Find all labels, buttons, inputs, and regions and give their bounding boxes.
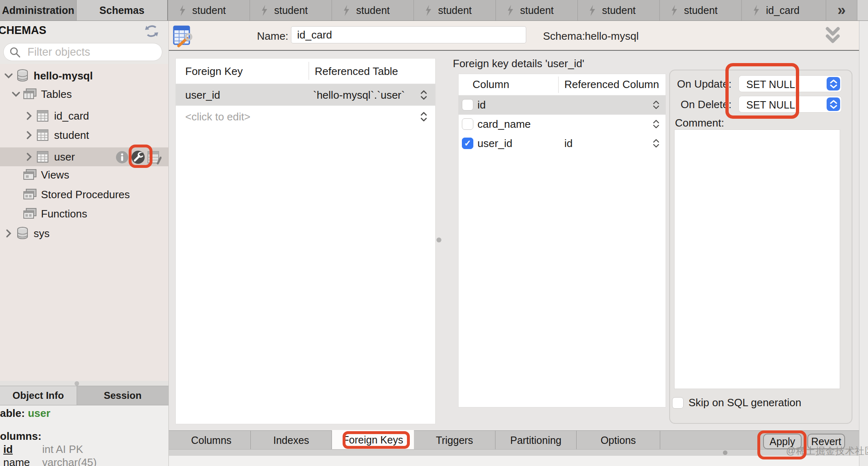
fk-details-title: Foreign key details 'user_id' <box>453 57 584 70</box>
on-delete-select[interactable]: SET NULL <box>738 96 842 113</box>
tables-folder-icon <box>23 88 41 101</box>
filter-row <box>0 41 168 64</box>
tree-item-functions[interactable]: Functions <box>0 204 169 223</box>
stepper-icon[interactable] <box>652 138 660 152</box>
chevron-right-icon[interactable] <box>22 111 36 120</box>
skip-sql-checkbox[interactable] <box>672 397 684 409</box>
checkbox-unchecked[interactable] <box>462 99 473 111</box>
collapse-header-chevrons-icon[interactable] <box>825 27 841 45</box>
detail-row-card-name[interactable]: card_name <box>459 115 666 134</box>
tree-item-user[interactable]: user <box>0 147 169 166</box>
splitter-handle[interactable] <box>75 381 79 386</box>
tab-options[interactable]: Options <box>577 431 660 450</box>
fk-referenced-table: `hello-mysql`.`user` <box>313 89 405 102</box>
fk-row-new[interactable]: <click to edit> <box>176 106 435 127</box>
tab-overflow-button[interactable]: » <box>826 0 857 20</box>
stepper-icon[interactable] <box>420 89 428 104</box>
filter-objects-input[interactable] <box>27 45 155 59</box>
sidebar-bottom-tabs: Object Info Session <box>0 386 168 405</box>
chevron-down-icon[interactable] <box>9 91 23 97</box>
tree-item-sys[interactable]: sys <box>0 224 169 243</box>
filter-objects-box[interactable] <box>3 43 162 61</box>
tab-partitioning[interactable]: Partitioning <box>495 431 577 450</box>
tab-query-student-7[interactable]: student <box>660 0 742 20</box>
tree-label: user <box>54 151 75 163</box>
schemas-sidebar: CHEMAS hello-mysql <box>0 21 169 466</box>
stepper-icon[interactable] <box>652 100 660 113</box>
table-name-value: user <box>28 407 50 419</box>
sidebar-splitter[interactable] <box>0 381 168 386</box>
chevron-right-icon[interactable] <box>2 229 16 238</box>
checkbox-checked[interactable]: ✓ <box>462 138 473 149</box>
chevron-right-icon[interactable] <box>22 152 36 161</box>
column-divider[interactable] <box>309 62 309 80</box>
bottom-scroll-strip[interactable] <box>169 449 859 456</box>
tab-query-id-card[interactable]: id_card <box>742 0 826 20</box>
object-info-panel: able: user olumns: id int AI PK name var… <box>0 405 168 466</box>
comment-textarea[interactable] <box>674 129 840 389</box>
tab-query-student-2[interactable]: student <box>250 0 332 20</box>
stepper-icon[interactable] <box>420 111 428 125</box>
tree-label: Views <box>41 169 69 181</box>
splitter-handle[interactable] <box>723 450 727 455</box>
tree-item-views[interactable]: Views <box>0 165 169 184</box>
table-maintenance-wrench-icon[interactable] <box>130 149 146 165</box>
object-editor-toolbar: Name: Schema: hello-mysql <box>169 21 859 51</box>
fk-column-header: Foreign Key <box>185 65 243 78</box>
tree-label: id_card <box>54 110 89 122</box>
table-info-icon[interactable] <box>115 150 130 165</box>
select-stepper-icon <box>827 77 840 90</box>
tab-schemas[interactable]: Schemas <box>77 0 168 20</box>
column-name: name <box>3 456 30 466</box>
tab-indexes[interactable]: Indexes <box>251 431 332 450</box>
tab-triggers[interactable]: Triggers <box>414 431 495 450</box>
tab-label: student <box>192 5 226 16</box>
tab-columns[interactable]: Columns <box>172 431 251 450</box>
chevron-right-icon[interactable] <box>22 131 36 140</box>
foreign-key-list-panel: Foreign Key Referenced Table user_id `he… <box>175 58 436 424</box>
refresh-schemas-icon[interactable] <box>144 24 159 38</box>
checkbox-unchecked[interactable] <box>462 118 473 130</box>
tab-query-student-5[interactable]: student <box>496 0 578 20</box>
panel-splitter-handle[interactable] <box>436 238 441 242</box>
table-icon <box>36 150 54 163</box>
fk-details-columns-panel: Column Referenced Column id card_name ✓ … <box>458 74 666 407</box>
tree-item-id-card[interactable]: id_card <box>0 106 169 125</box>
tab-foreign-keys[interactable]: Foreign Keys <box>332 430 414 450</box>
tree-item-tables[interactable]: Tables <box>0 85 169 104</box>
comment-label: Comment: <box>675 117 724 129</box>
on-update-select[interactable]: SET NULL <box>738 75 842 92</box>
tree-item-hello-mysql[interactable]: hello-mysql <box>0 66 169 85</box>
tab-session[interactable]: Session <box>77 386 168 405</box>
tree-label: Stored Procedures <box>41 188 130 201</box>
vertical-scrollbar[interactable] <box>859 21 868 466</box>
tree-item-stored-procedures[interactable]: Stored Procedures <box>0 185 169 204</box>
tab-administration[interactable]: Administration <box>0 0 77 20</box>
on-delete-label: On Delete: <box>670 98 732 111</box>
tab-label: student <box>356 5 390 16</box>
tree-label: hello-mysql <box>34 70 93 82</box>
table-editor-icon[interactable] <box>147 149 161 165</box>
stepper-icon[interactable] <box>652 119 660 132</box>
views-folder-icon <box>23 168 41 181</box>
skip-sql-row: Skip on SQL generation <box>672 396 801 409</box>
detail-row-user-id[interactable]: ✓ user_id id <box>459 134 666 153</box>
tab-query-student-3[interactable]: student <box>332 0 414 20</box>
fk-row-user-id[interactable]: user_id `hello-mysql`.`user` <box>176 84 435 106</box>
tab-query-student-4[interactable]: student <box>414 0 496 20</box>
tree-label: sys <box>34 227 50 240</box>
tab-bar-filler <box>857 0 868 20</box>
table-name-input[interactable] <box>291 26 526 43</box>
lightning-icon <box>261 5 268 16</box>
fk-list-header: Foreign Key Referenced Table <box>176 59 435 84</box>
tab-query-student-6[interactable]: student <box>578 0 660 20</box>
lightning-icon <box>507 5 514 16</box>
tree-item-student[interactable]: student <box>0 126 169 145</box>
tab-query-student-1[interactable]: student <box>168 0 250 20</box>
column-divider[interactable] <box>558 77 559 93</box>
column-name: card_name <box>477 118 531 131</box>
fk-placeholder: <click to edit> <box>185 111 250 123</box>
chevron-down-icon[interactable] <box>2 73 16 79</box>
tab-object-info[interactable]: Object Info <box>0 386 77 405</box>
detail-row-id[interactable]: id <box>459 95 666 115</box>
